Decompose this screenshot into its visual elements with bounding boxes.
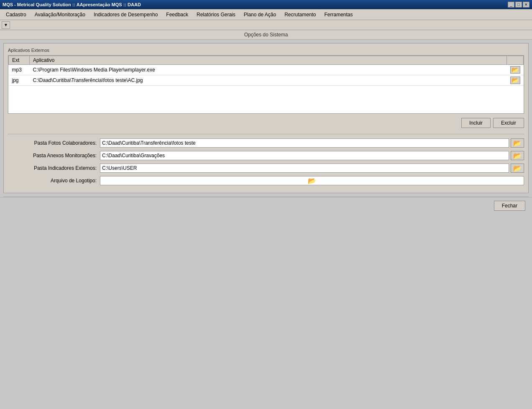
folder-icon-1: 📂 [512,66,519,73]
external-apps-table-container: Ext Aplicativo mp3 C:\Program Files\Wind… [8,55,524,114]
maximize-button[interactable]: □ [515,2,522,8]
pasta-anexos-row: Pasta Anexos Monitorações: 📂 [8,151,524,160]
folder-icon-2: 📂 [512,77,519,84]
col-header-ext: Ext [9,56,30,65]
pasta-indicadores-browse-button[interactable]: 📂 [511,164,524,173]
folder-icon-pasta-fotos: 📂 [513,139,522,147]
menu-avaliacao[interactable]: Avaliação/Monitoração [31,10,90,19]
menu-plano[interactable]: Plano de Ação [240,10,280,19]
table-button-row: Incluir Excluir [8,118,524,128]
pasta-indicadores-label: Pasta Indicadores Externos: [8,165,100,171]
incluir-button[interactable]: Incluir [461,118,491,128]
row-ext-1: mp3 [9,65,30,75]
menu-relatorios[interactable]: Relatórios Gerais [192,10,240,19]
toolbar-dropdown[interactable]: ▼ [2,21,10,29]
close-button[interactable]: ✕ [523,2,529,8]
menu-indicadores[interactable]: Indicadores de Desempenho [90,10,162,19]
pasta-fotos-label: Pasta Fotos Colaboradores: [8,140,100,146]
pasta-anexos-browse-button[interactable]: 📂 [511,151,524,160]
pasta-anexos-input[interactable] [100,151,509,160]
pasta-anexos-label: Pasta Anexos Monitorações: [8,153,100,158]
logotipo-row: Arquivo de Logotipo: 📂 [8,176,524,185]
table-row: mp3 C:\Program Files\Windows Media Playe… [9,65,524,75]
row-app-2: C:\Daad\Curitiba\Transferência\fotos tes… [30,75,507,86]
row-action-1: 📂 [507,65,524,75]
menu-feedback[interactable]: Feedback [162,10,192,19]
footer-section: Fechar [0,197,532,214]
logotipo-input[interactable]: 📂 [100,176,524,185]
pasta-fotos-browse-button[interactable]: 📂 [511,138,524,148]
row-app-1: C:\Program Files\Windows Media Player\wm… [30,65,507,75]
browse-button-1[interactable]: 📂 [510,66,520,74]
pasta-indicadores-row: Pasta Indicadores Externos: 📂 [8,164,524,173]
section-external-apps-label: Aplicativos Externos [8,48,524,53]
minimize-button[interactable]: _ [508,2,514,8]
menu-recrutamento[interactable]: Recrutamento [280,10,320,19]
system-options-title: Opções do Sistema [244,32,288,38]
col-header-action [507,56,524,65]
fechar-button[interactable]: Fechar [494,201,525,211]
pasta-fotos-input[interactable] [100,138,509,148]
divider [8,134,524,134]
pasta-indicadores-input[interactable] [100,164,509,173]
title-bar: MQS - Metrical Quality Solution :: AApre… [0,0,532,9]
folder-icon-pasta-indicadores: 📂 [513,164,522,172]
col-header-app: Aplicativo [30,56,507,65]
browse-button-2[interactable]: 📂 [510,77,520,84]
excluir-button[interactable]: Excluir [493,118,524,128]
title-bar-text: MQS - Metrical Quality Solution :: AApre… [3,2,141,7]
system-options-bar: Opções do Sistema [0,30,532,40]
menu-cadastro[interactable]: Cadastro [2,10,31,19]
folder-icon-logotipo: 📂 [308,177,316,185]
row-action-2: 📂 [507,75,524,86]
folder-icon-pasta-anexos: 📂 [513,152,522,160]
title-bar-controls: _ □ ✕ [508,2,529,8]
logotipo-label: Arquivo de Logotipo: [8,178,100,184]
table-row: jpg C:\Daad\Curitiba\Transferência\fotos… [9,75,524,86]
row-ext-2: jpg [9,75,30,86]
menu-ferramentas[interactable]: Ferramentas [320,10,357,19]
pasta-fotos-row: Pasta Fotos Colaboradores: 📂 [8,138,524,148]
external-apps-table: Ext Aplicativo mp3 C:\Program Files\Wind… [8,56,524,86]
main-panel: Aplicativos Externos Ext Aplicativo mp3 … [3,43,529,193]
toolbar: ▼ [0,20,532,30]
menu-bar: Cadastro Avaliação/Monitoração Indicador… [0,9,532,20]
